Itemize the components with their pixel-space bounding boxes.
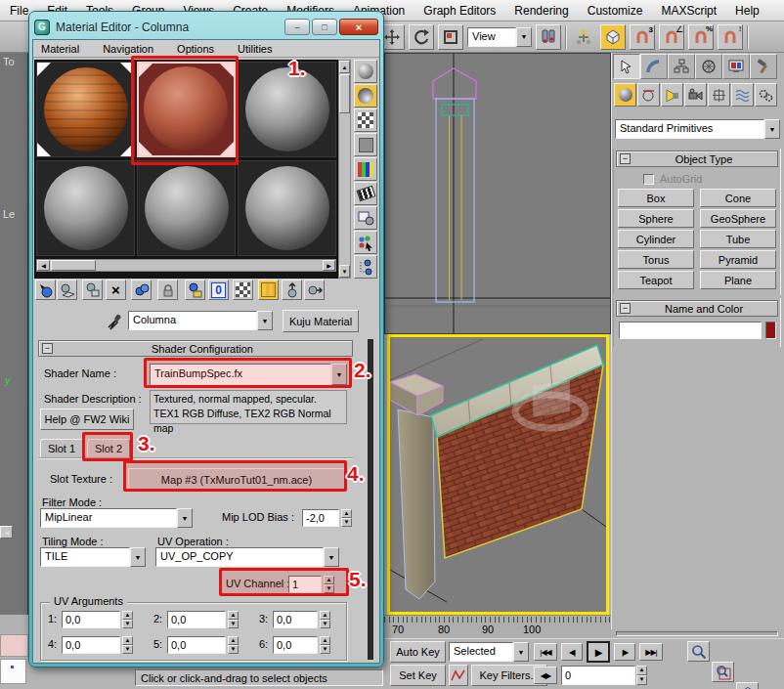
material-map-navigator-button[interactable] [354, 255, 377, 279]
scroll-left-icon[interactable]: ◀ [37, 260, 50, 271]
go-forward-sibling-button[interactable] [304, 280, 325, 300]
mini-listener-white[interactable] [0, 659, 26, 684]
menu-graph-editors[interactable]: Graph Editors [423, 4, 496, 18]
create-cylinder-button[interactable]: Cylinder [618, 230, 694, 248]
create-tube-button[interactable]: Tube [700, 230, 776, 248]
shader-config-header[interactable]: − Shader Configuration [38, 340, 353, 357]
material-type-button[interactable]: Kuju Material [283, 310, 359, 332]
tab-slot-1[interactable]: Slot 1 [40, 439, 83, 458]
assign-material-button[interactable] [82, 280, 103, 300]
primitive-category-dropdown[interactable]: Standard Primitives ▼ [615, 119, 780, 139]
category-geometry-button[interactable] [614, 83, 636, 107]
menu-navigation[interactable]: Navigation [103, 43, 153, 55]
uv-arg-3-input[interactable] [273, 611, 318, 628]
create-teapot-button[interactable]: Teapot [618, 271, 694, 289]
tiling-mode-dropdown[interactable]: TILE ▼ [40, 547, 146, 567]
menu-maxscript[interactable]: MAXScript [661, 4, 717, 18]
scroll-up-icon[interactable]: ▲ [339, 61, 350, 73]
tab-motion[interactable] [695, 54, 722, 79]
category-helpers-button[interactable] [708, 83, 730, 107]
show-end-result-button[interactable] [258, 280, 279, 300]
tab-slot-2[interactable]: Slot 2 [87, 439, 130, 458]
menu-customize[interactable]: Customize [588, 4, 643, 18]
maximize-button[interactable]: □ [312, 19, 337, 35]
uv-arg-2-input[interactable] [167, 611, 226, 628]
uv-arg-4-spinner[interactable]: ▲▼ [122, 636, 133, 654]
create-sphere-button[interactable]: Sphere [618, 209, 694, 228]
params-scrollbar[interactable] [368, 339, 373, 660]
menu-file[interactable]: File [10, 4, 28, 18]
uv-arg-5-input[interactable] [167, 636, 226, 654]
zoom-viewport-button[interactable] [687, 641, 710, 662]
uv-arg-1-spinner[interactable]: ▲▼ [122, 611, 133, 628]
uv-channel-spinner[interactable]: ▲ ▼ [324, 576, 334, 593]
sample-type-button[interactable] [354, 60, 377, 83]
select-rotate-button[interactable] [409, 24, 434, 50]
sample-slot-4[interactable] [36, 160, 135, 256]
slot-texture-button[interactable]: Map #3 (TxMuroTut01_nm.ace) [128, 468, 345, 491]
auto-key-button[interactable]: Auto Key [390, 641, 446, 663]
select-by-material-button[interactable] [354, 231, 377, 254]
category-cameras-button[interactable] [684, 83, 707, 107]
get-material-button[interactable] [35, 280, 56, 300]
uv-arg-6-input[interactable] [273, 636, 318, 654]
category-systems-button[interactable] [755, 83, 777, 107]
curve-filter-button[interactable] [449, 665, 468, 686]
next-frame-button[interactable]: |▶ [614, 643, 635, 661]
shader-name-dropdown[interactable]: TrainBumpSpec.fx ▼ [150, 364, 347, 385]
make-material-copy-button[interactable] [131, 280, 152, 300]
mini-scroll-left-button[interactable]: ◀ [0, 526, 13, 538]
set-key-button[interactable]: Set Key [390, 665, 446, 686]
go-to-end-button[interactable]: ▶▶| [639, 643, 663, 661]
uv-arg-1-input[interactable] [62, 611, 120, 628]
material-name-dropdown[interactable]: Columna ▼ [128, 311, 273, 330]
select-manipulate-button[interactable] [571, 24, 596, 50]
material-editor-titlebar[interactable]: G Material Editor - Columna – □ × [32, 15, 380, 39]
current-frame-input[interactable] [561, 666, 635, 685]
show-map-in-viewport-button[interactable] [233, 280, 253, 300]
help-fw2-wiki-button[interactable]: Help @ FW2 Wiki [40, 409, 134, 430]
filter-mode-dropdown[interactable]: MipLinear ▼ [40, 508, 193, 528]
options-button[interactable] [354, 206, 377, 230]
uv-arg-2-spinner[interactable]: ▲▼ [228, 611, 239, 628]
snap-toggle-3d-button[interactable]: 3 [630, 24, 655, 50]
object-type-header[interactable]: − Object Type [616, 151, 778, 167]
category-shapes-button[interactable] [637, 83, 660, 107]
object-color-swatch[interactable] [765, 322, 776, 339]
zoom-extents-button[interactable] [736, 682, 759, 689]
sample-slot-5[interactable] [137, 160, 236, 256]
go-to-start-button[interactable]: |◀◀ [534, 643, 557, 661]
minimize-button[interactable]: – [284, 19, 310, 35]
tab-hierarchy[interactable] [668, 54, 695, 79]
material-id-channel-button[interactable]: 0 [208, 280, 229, 300]
background-button[interactable] [354, 108, 377, 132]
selection-set-dropdown[interactable]: Selected ▼ [449, 642, 529, 662]
angle-snap-button[interactable]: ∠ [659, 24, 684, 50]
uv-arg-3-spinner[interactable]: ▲▼ [320, 611, 330, 628]
snaps-toggle-button[interactable] [600, 24, 626, 50]
tab-modify[interactable] [640, 54, 668, 79]
mip-lod-bias-input[interactable] [302, 509, 339, 527]
create-cone-button[interactable]: Cone [700, 189, 776, 207]
tab-display[interactable] [722, 54, 750, 79]
go-to-parent-button[interactable] [282, 280, 302, 300]
reference-coordsys-dropdown[interactable]: View ▼ [467, 27, 532, 47]
uv-arg-6-spinner[interactable]: ▲▼ [320, 636, 330, 654]
slots-hscrollbar[interactable]: ◀ ▶ [36, 259, 336, 272]
reset-map-button[interactable]: × [106, 280, 126, 300]
sample-slot-6[interactable] [238, 160, 336, 256]
create-geosphere-button[interactable]: GeoSphere [700, 209, 776, 228]
put-material-to-scene-button[interactable] [57, 280, 77, 300]
vscroll-thumb[interactable] [339, 74, 350, 113]
viewport-perspective[interactable] [387, 334, 609, 615]
slots-vscrollbar[interactable]: ▲ ▼ [338, 60, 351, 279]
create-plane-button[interactable]: Plane [700, 271, 776, 289]
sample-slot-3[interactable] [238, 62, 336, 157]
tab-utilities[interactable] [750, 54, 777, 79]
object-name-input[interactable] [619, 322, 762, 339]
autogrid-checkbox[interactable] [643, 174, 654, 185]
uv-operation-dropdown[interactable]: UV_OP_COPY ▼ [155, 547, 339, 567]
category-lights-button[interactable] [661, 83, 683, 107]
make-unique-button[interactable] [157, 280, 178, 300]
use-pivot-center-button[interactable] [536, 24, 561, 50]
